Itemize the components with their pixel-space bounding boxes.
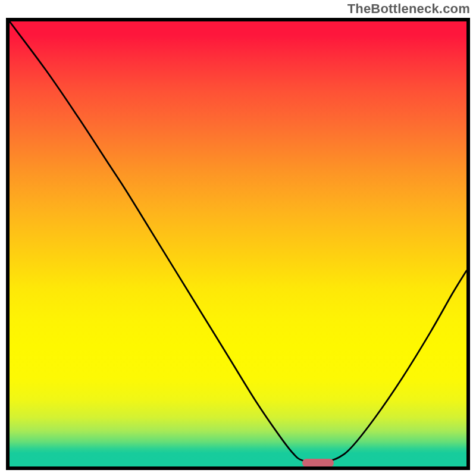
watermark-label: TheBottleneck.com [347,1,470,17]
optimal-range-marker [302,459,334,467]
chart-container: TheBottleneck.com [0,0,476,476]
plot-frame [6,18,470,470]
bottleneck-curve [10,21,466,466]
